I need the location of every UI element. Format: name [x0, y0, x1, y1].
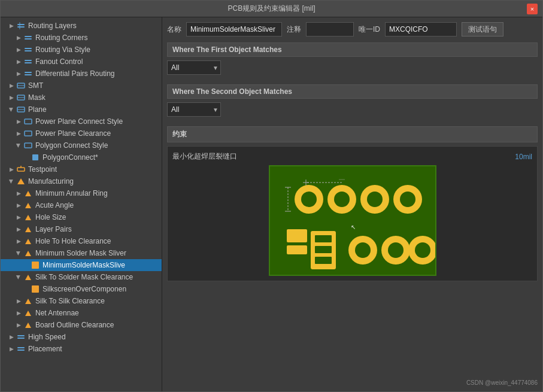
tree-item-manufacturing[interactable]: ▶ Manufacturing	[1, 175, 162, 187]
name-input[interactable]	[186, 22, 282, 37]
tree-item-min-annular[interactable]: ▶ Minimum Annular Ring	[1, 187, 162, 199]
right-panel: 名称 注释 唯一ID 测试语句 Where The First Object M…	[162, 17, 542, 391]
svg-rect-39	[315, 235, 332, 242]
tp-icon	[16, 165, 26, 174]
pc-icon	[31, 153, 40, 162]
tree-item-hole-size[interactable]: ▶ Hole Size	[1, 211, 162, 223]
ppcl-icon	[23, 129, 33, 138]
tree-item-polygon-connect-style[interactable]: ▶ Polygon Connect Style	[1, 139, 162, 151]
smt-icon	[16, 81, 26, 90]
tree-item-power-plane-clearance[interactable]: ▶ Power Plane Clearance	[1, 127, 162, 139]
boc-label: Board Outline Clearance	[35, 321, 114, 329]
mfg-label: Manufacturing	[28, 177, 74, 186]
svg-rect-37	[287, 245, 307, 254]
tree-item-power-plane-connect[interactable]: ▶ Power Plane Connect Style	[1, 116, 162, 127]
comment-input[interactable]	[306, 22, 354, 37]
close-button[interactable]: ×	[527, 4, 538, 14]
soc-label: SilkscreenOverComponen	[43, 285, 126, 293]
svg-rect-18	[25, 131, 32, 136]
aa-icon	[23, 200, 33, 210]
hs-icon	[23, 212, 33, 222]
arrow-smt: ▶	[8, 82, 15, 89]
hs-label: Hole Size	[35, 213, 66, 221]
watermark-text: CSDN @weixin_44774086	[466, 379, 538, 386]
window-title: PCB规则及约束编辑器 [mil]	[16, 4, 527, 14]
tree-item-fanout-control[interactable]: ▶ Fanout Control	[1, 56, 162, 68]
where-second-dropdown-wrapper: All ▼	[167, 102, 221, 117]
lp-icon	[23, 224, 33, 234]
ppcl-label: Power Plane Clearance	[35, 129, 111, 138]
arrow-plane: ▶	[8, 106, 15, 113]
aa-label: Acute Angle	[35, 201, 74, 209]
svg-rect-23	[17, 335, 25, 336]
svg-rect-24	[17, 338, 25, 339]
tree-item-high-speed[interactable]: ▶ High Speed	[1, 331, 162, 343]
tree-item-routing-corners[interactable]: ▶ Routing Corners	[1, 32, 162, 44]
arrow-routing-via: ▶	[15, 46, 22, 53]
test-button[interactable]: 测试语句	[462, 22, 503, 37]
where-first-row: All ▼	[167, 60, 538, 75]
tree-item-layer-pairs[interactable]: ▶ Layer Pairs	[1, 223, 162, 235]
hs2-label: High Speed	[28, 333, 66, 341]
constraint-min-value: 10mil	[515, 153, 532, 161]
plane-icon	[16, 105, 26, 114]
arrow-ppc: ▶	[15, 118, 22, 125]
svg-rect-20	[32, 154, 38, 160]
svg-rect-40	[315, 246, 332, 253]
where-second-dropdown[interactable]: All	[167, 102, 221, 117]
svg-rect-41	[315, 257, 332, 264]
tree-item-silkscreen-over[interactable]: ▶ SilkscreenOverComponen	[1, 283, 162, 295]
arrow-hs2: ▶	[8, 333, 15, 341]
tree-item-testpoint[interactable]: ▶ Testpoint	[1, 163, 162, 175]
msms-sub-label: MinimumSolderMaskSlive	[43, 261, 125, 269]
svg-rect-6	[25, 50, 32, 51]
arrow-mask: ▶	[8, 94, 15, 101]
svg-point-43	[355, 242, 371, 258]
arrow-routing-corners: ▶	[15, 34, 22, 41]
routing-corners-icon	[23, 33, 33, 42]
tree-item-routing-via-style[interactable]: ▶ Routing Via Style	[1, 44, 162, 56]
routing-via-icon	[23, 45, 33, 54]
msms-icon	[23, 248, 33, 258]
tree-item-diff-pairs[interactable]: ▶ Differential Pairs Routing	[1, 68, 162, 80]
tree-item-board-outline[interactable]: ▶ Board Outline Clearance	[1, 319, 162, 331]
ppc-icon	[23, 117, 33, 126]
constraint-area: 最小化超焊层裂缝口 10mil	[167, 146, 538, 281]
tree-item-placement[interactable]: ▶ Placement	[1, 343, 162, 355]
tree-item-net-antennae[interactable]: ▶ Net Antennae	[1, 307, 162, 319]
ppc-label: Power Plane Connect Style	[35, 117, 123, 126]
svg-rect-7	[25, 60, 32, 61]
tree-item-acute-angle[interactable]: ▶ Acute Angle	[1, 199, 162, 211]
svg-rect-8	[25, 62, 32, 63]
svg-point-45	[388, 242, 404, 258]
tree-item-smt[interactable]: ▶ SMT	[1, 80, 162, 92]
left-panel: ▶ Routing Layers ▶ Routing Corners ▶	[1, 17, 162, 391]
constraint-header: 约束	[167, 126, 538, 142]
tree-item-silk-to-silk[interactable]: ▶ Silk To Silk Clearance	[1, 295, 162, 307]
svg-rect-26	[17, 350, 25, 351]
routing-layers-icon	[16, 21, 26, 31]
uid-input[interactable]	[385, 22, 457, 37]
tree-item-mask[interactable]: ▶ Mask	[1, 92, 162, 104]
svg-rect-25	[17, 347, 25, 348]
svg-text:↖: ↖	[351, 224, 356, 230]
stsc-icon	[23, 272, 33, 282]
tree-item-plane[interactable]: ▶ Plane	[1, 104, 162, 116]
tree-item-routing-layers[interactable]: ▶ Routing Layers	[1, 20, 162, 32]
tree-item-silk-to-solder[interactable]: ▶ Silk To Solder Mask Clearance	[1, 271, 162, 283]
tree-item-min-solder-mask-slive[interactable]: ▶ MinimumSolderMaskSlive	[1, 259, 162, 271]
svg-rect-1	[17, 26, 25, 28]
tree-item-hole-to-hole[interactable]: ▶ Hole To Hole Clearance	[1, 235, 162, 247]
tree-item-polygon-connect[interactable]: ▶ PolygonConnect*	[1, 151, 162, 163]
arrow-stsc: ▶	[15, 274, 22, 281]
where-second-row: All ▼	[167, 102, 538, 117]
routing-layers-label: Routing Layers	[28, 22, 77, 30]
tree-item-min-solder-mask[interactable]: ▶ Minimum Solder Mask Sliver	[1, 247, 162, 259]
svg-rect-19	[25, 143, 32, 148]
watermark-area: CSDN @weixin_44774086	[167, 378, 538, 387]
mask-icon	[16, 93, 26, 102]
arrow-na: ▶	[15, 309, 22, 317]
where-second-section: Where The Second Object Matches All ▼	[167, 84, 538, 121]
constraint-section: 约束 最小化超焊层裂缝口 10mil	[167, 126, 538, 376]
where-first-dropdown[interactable]: All	[167, 60, 221, 75]
